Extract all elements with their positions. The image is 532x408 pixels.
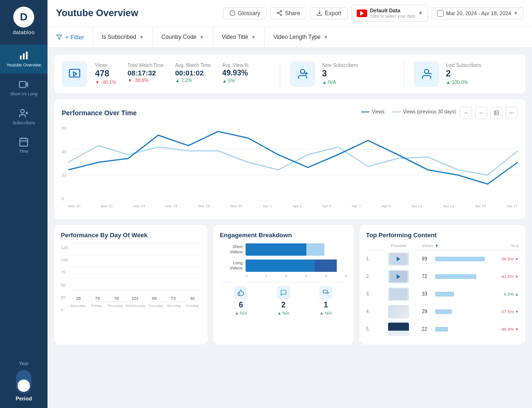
legend-views-label: Views: [372, 109, 385, 114]
views-val-3: 33: [422, 291, 433, 297]
thumbs-up-icon: [238, 289, 244, 296]
views-val-4: 29: [422, 309, 433, 314]
line-chart-svg: [68, 124, 518, 201]
calendar-icon: [437, 10, 444, 17]
y-0: 0: [61, 307, 68, 312]
col-delta-header: % Δ: [485, 243, 519, 248]
user-minus-icon: [420, 68, 433, 80]
sidebar-item-short-vs-long[interactable]: Short Vs Long: [0, 74, 48, 102]
legend-views-prev-dot: [392, 111, 400, 112]
delta-4: -27.5% ▼: [485, 309, 519, 314]
kpi-avg-watch-time: Avg. Watch Time 00:01:02 ▲ 2.2%: [175, 63, 211, 85]
eng-row-long: LongVideos: [220, 260, 347, 272]
sidebar-logo: D databloo: [0, 0, 48, 40]
chevron-down-icon: ▼: [323, 35, 328, 40]
filter-video-length-type[interactable]: Video Length Type ▼: [265, 27, 337, 47]
filter-is-subscribed[interactable]: Is Subscribed ▼: [93, 27, 153, 47]
day-y-axis: 125 100 75 50 25 0: [61, 243, 68, 312]
col-views-header[interactable]: Views ▼: [422, 243, 485, 248]
y-100: 100: [61, 258, 68, 262]
bar-tuesday: 89: [146, 296, 163, 302]
total-watch-label: Total Watch Time: [127, 63, 163, 68]
filter-video-title[interactable]: Video Title ▼: [213, 27, 265, 47]
bar-val: 89: [152, 296, 157, 301]
eng-bar-light: [306, 243, 324, 256]
chart-title: Performance Over Time: [62, 109, 137, 117]
toggle-track[interactable]: [16, 370, 31, 394]
x-label: Mar 26: [166, 204, 178, 208]
y-25: 25: [61, 295, 68, 300]
top-row-4: 4. 29 -27.5% ▼: [366, 303, 519, 321]
bar-val: 78: [114, 296, 119, 301]
bar-val: 30: [190, 296, 195, 301]
x-label: Mar 28: [198, 204, 210, 208]
svg-point-33: [513, 112, 514, 113]
y-75: 75: [61, 270, 68, 275]
sidebar-item-time[interactable]: Time: [0, 131, 48, 160]
preview-1: [376, 252, 422, 266]
export-button[interactable]: Export: [310, 7, 348, 19]
bar-val: 28: [76, 296, 81, 301]
y-label-60: 60: [62, 126, 66, 130]
x-0: 0: [246, 274, 247, 278]
eng-stat-comments: 2 ▲ N/A: [277, 286, 290, 315]
x-3: 3: [305, 274, 307, 278]
chart-up-button[interactable]: [460, 107, 472, 119]
x-label: Apr 13: [443, 204, 455, 208]
x-label: Mar 20: [68, 204, 80, 208]
period-toggle[interactable]: Period: [16, 370, 32, 401]
lost-sub-stats: Lost Subscribers 2 ▲ 100.0%: [446, 63, 481, 85]
chart-down-button[interactable]: [475, 107, 487, 119]
chart-more-button[interactable]: [505, 107, 518, 119]
preview-5: [376, 323, 422, 336]
sidebar-item-youtube-overview[interactable]: Youtube Overview: [0, 45, 48, 74]
svg-point-5: [21, 109, 24, 112]
comments-value: 2: [281, 301, 285, 309]
sidebar-item-subscribers[interactable]: Subscribers: [0, 102, 48, 131]
chart-table-button[interactable]: [490, 107, 503, 119]
x-label: Apr 17: [506, 204, 518, 208]
x-label: Mar 30: [230, 204, 242, 208]
y-label-20: 20: [62, 173, 66, 177]
filter-country-code[interactable]: Country Code ▼: [153, 27, 213, 47]
share-label: Share: [285, 10, 300, 17]
comment-icon: [280, 289, 287, 296]
bottom-row: Performance By Day Of Week 125 100 75 50…: [54, 225, 525, 344]
logo-icon: D: [13, 7, 34, 28]
chevron-down-icon: ▼: [200, 35, 204, 40]
share-button[interactable]: Share: [270, 7, 306, 19]
svg-rect-1: [23, 53, 25, 59]
views-val-2: 72: [422, 274, 433, 279]
date-range-button[interactable]: Mar 20, 2024 - Apr 18, 2024 ▼: [432, 7, 523, 19]
avg-view-pct-delta: ▲ 5%: [222, 78, 249, 83]
views-icon-box: [62, 61, 87, 87]
filter-video-title-label: Video Title: [222, 34, 248, 40]
avg-watch-delta: ▲ 2.2%: [175, 78, 211, 83]
new-sub-label: New Subscribers: [322, 63, 358, 68]
kpi-main-metrics: Views 478 ▼ -40.1% Total Watch Time 08:1…: [62, 61, 280, 87]
svg-rect-0: [20, 56, 22, 59]
x-label: Apr 11: [411, 204, 423, 208]
eng-stat-likes: 6 ▲ N/A: [234, 286, 247, 315]
x-5: 5: [345, 274, 347, 278]
eng-label-short: ShortVideos: [220, 244, 243, 255]
new-sub-stats: New Subscribers 3 ▲ N/A: [322, 63, 358, 85]
chevron-down-icon: ▼: [251, 35, 256, 40]
comments-icon-box: [277, 286, 290, 299]
engagement-chart: ShortVideos LongVideos: [220, 243, 347, 278]
datasource-name: Default Data: [370, 8, 416, 14]
bar-val: 101: [132, 296, 139, 301]
delta-val-1: -36.5%: [500, 257, 514, 261]
glossary-button[interactable]: Glossary: [223, 7, 266, 19]
sort-icon: ▼: [435, 243, 439, 248]
likes-value: 6: [239, 301, 243, 309]
arrow-down-icon: [478, 110, 484, 116]
x-1: 1: [266, 274, 267, 278]
add-filter-button[interactable]: + Filter: [48, 27, 93, 47]
chart-legend: Views Views (previous 30 days): [361, 109, 456, 114]
legend-views-prev-label: Views (previous 30 days): [403, 109, 456, 114]
legend-views: Views: [361, 109, 385, 114]
datasource-button[interactable]: Default Data Click to select your data ▼: [352, 5, 428, 22]
thumb-5: [388, 323, 409, 336]
svg-marker-19: [57, 35, 62, 40]
